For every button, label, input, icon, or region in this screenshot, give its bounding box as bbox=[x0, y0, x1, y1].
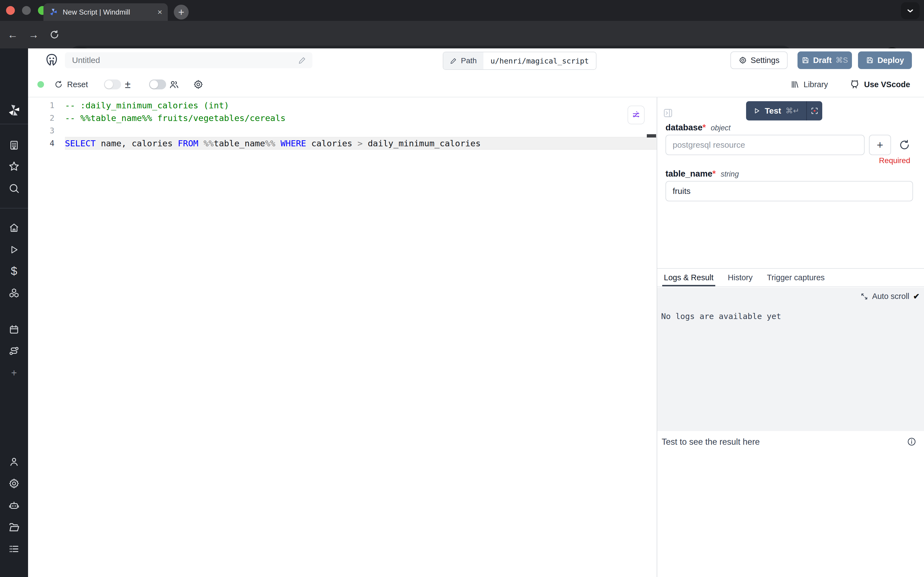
test-button[interactable]: Test ⌘↵ bbox=[746, 101, 806, 121]
collapse-panel-button[interactable] bbox=[663, 108, 673, 118]
logs-empty-text: No logs are available yet bbox=[661, 312, 781, 321]
macos-minimize-button[interactable] bbox=[22, 6, 31, 15]
code-text bbox=[65, 124, 657, 137]
sidebar-item-favorites[interactable] bbox=[0, 160, 28, 173]
tab-trigger-captures[interactable]: Trigger captures bbox=[767, 269, 825, 286]
app-header: Path u/henri/magical_script Settings Dra… bbox=[28, 48, 924, 72]
path-value: u/henri/magical_script bbox=[483, 52, 596, 69]
sidebar-item-home[interactable] bbox=[0, 221, 28, 234]
refresh-icon bbox=[899, 139, 910, 151]
gear-icon bbox=[739, 56, 747, 64]
workspace: 1-- :daily_minimum_calories (int)2-- %%t… bbox=[28, 97, 924, 577]
code-line[interactable]: 1-- :daily_minimum_calories (int) bbox=[28, 99, 657, 112]
sidebar-item-runs[interactable] bbox=[0, 243, 28, 256]
forward-button[interactable]: → bbox=[27, 21, 40, 48]
plus-icon: + bbox=[11, 368, 17, 378]
macos-close-button[interactable] bbox=[6, 6, 15, 15]
user-icon bbox=[8, 456, 19, 467]
scrollbar-mark[interactable] bbox=[647, 134, 656, 137]
sidebar-item-workspace[interactable] bbox=[0, 139, 28, 152]
info-icon[interactable] bbox=[907, 437, 916, 446]
sidebar-item-add[interactable]: + bbox=[0, 366, 28, 380]
windmill-app: $ + bbox=[0, 48, 924, 577]
sidebar-item-search[interactable] bbox=[0, 182, 28, 195]
vscode-label: Use VScode bbox=[864, 80, 910, 89]
sidebar-item-variables[interactable]: $ bbox=[0, 264, 28, 278]
sidebar-item-folders[interactable] bbox=[0, 521, 28, 534]
tab-title: New Script | Windmill bbox=[63, 8, 155, 16]
table-name-value-input[interactable] bbox=[666, 187, 913, 196]
postgresql-icon bbox=[44, 53, 60, 68]
play-icon bbox=[753, 107, 760, 114]
library-button[interactable]: Library bbox=[790, 72, 828, 97]
vscode-button[interactable]: Use VScode bbox=[850, 72, 910, 97]
deploy-button[interactable]: Deploy bbox=[858, 52, 912, 69]
sidebar-item-users[interactable] bbox=[0, 455, 28, 468]
search-icon bbox=[8, 183, 20, 195]
ai-assistant-button[interactable] bbox=[628, 106, 645, 124]
windmill-favicon bbox=[49, 8, 58, 16]
settings-button[interactable]: Settings bbox=[731, 52, 787, 69]
sidebar-item-workers[interactable] bbox=[0, 499, 28, 512]
sidebar-item-logs[interactable] bbox=[0, 542, 28, 556]
path-chip[interactable]: Path u/henri/magical_script bbox=[443, 52, 596, 70]
reload-button[interactable] bbox=[48, 21, 61, 48]
script-title-field[interactable] bbox=[65, 52, 312, 68]
back-button[interactable]: ← bbox=[6, 21, 19, 48]
panel-tabs: Logs & Result History Trigger captures bbox=[657, 269, 924, 287]
code-line[interactable]: 2-- %%table_name%% fruits/vegetables/cer… bbox=[28, 112, 657, 124]
tab-logs-result[interactable]: Logs & Result bbox=[664, 269, 714, 286]
magic-wand-icon bbox=[632, 111, 641, 119]
tab-history[interactable]: History bbox=[728, 269, 753, 286]
main-area: Path u/henri/magical_script Settings Dra… bbox=[28, 48, 924, 577]
sidebar-item-flows[interactable] bbox=[0, 344, 28, 358]
database-resource-input[interactable] bbox=[666, 140, 864, 150]
capture-icon bbox=[810, 107, 819, 115]
script-title-input[interactable] bbox=[65, 56, 298, 65]
status-dot bbox=[37, 81, 44, 88]
windmill-logo[interactable] bbox=[0, 103, 28, 118]
tab-search-button[interactable] bbox=[901, 2, 919, 19]
code-text: -- %%table_name%% fruits/vegetables/cere… bbox=[65, 112, 657, 124]
browser-tab[interactable]: New Script | Windmill × bbox=[43, 3, 168, 21]
table-name-input[interactable] bbox=[665, 181, 913, 201]
code-line[interactable]: 3 bbox=[28, 124, 657, 137]
add-resource-button[interactable]: + bbox=[869, 135, 891, 155]
tab-close-icon[interactable]: × bbox=[157, 8, 162, 16]
refresh-resources-button[interactable] bbox=[899, 139, 910, 151]
reset-label: Reset bbox=[67, 80, 88, 89]
screen: New Script | Windmill × + ← → app.windmi… bbox=[0, 0, 924, 577]
edit-pencil-icon[interactable] bbox=[298, 56, 306, 64]
edit-pencil-icon bbox=[450, 57, 457, 64]
reset-icon bbox=[55, 80, 63, 89]
code-text: -- :daily_minimum_calories (int) bbox=[65, 99, 657, 112]
multiplayer-toggle[interactable] bbox=[149, 72, 166, 97]
new-tab-button[interactable]: + bbox=[174, 5, 188, 19]
editor-settings-button[interactable] bbox=[193, 72, 203, 97]
robot-icon bbox=[8, 500, 20, 511]
result-empty-text: Test to see the result here bbox=[662, 437, 760, 447]
code-line[interactable]: 4SELECT name, calories FROM %%table_name… bbox=[28, 137, 657, 150]
sidebar-item-schedules[interactable] bbox=[0, 323, 28, 336]
code-editor[interactable]: 1-- :daily_minimum_calories (int)2-- %%t… bbox=[28, 97, 657, 577]
settings-label: Settings bbox=[751, 56, 780, 65]
database-input[interactable] bbox=[665, 135, 864, 155]
line-number: 4 bbox=[28, 139, 55, 148]
reset-button[interactable]: Reset bbox=[55, 72, 88, 97]
field-label-table-name: table_name* string bbox=[665, 169, 739, 179]
sidebar-item-resources[interactable] bbox=[0, 287, 28, 300]
autoscroll-control[interactable]: Auto scroll ✔ bbox=[860, 292, 919, 301]
sidebar: $ + bbox=[0, 48, 28, 577]
sidebar-divider bbox=[0, 124, 28, 124]
multiplayer-users-icon bbox=[169, 72, 179, 97]
sidebar-item-settings[interactable] bbox=[0, 477, 28, 490]
required-asterisk: * bbox=[702, 122, 706, 132]
test-label: Test bbox=[765, 106, 781, 116]
result-area: Test to see the result here bbox=[657, 431, 924, 577]
editor-toolbar: Reset ± Library Use VScode bbox=[28, 72, 924, 97]
diff-toggle[interactable] bbox=[104, 72, 121, 97]
building-icon bbox=[8, 140, 19, 151]
logs-area: Auto scroll ✔ No logs are available yet bbox=[657, 287, 924, 431]
capture-button[interactable] bbox=[807, 101, 822, 121]
draft-button[interactable]: Draft ⌘S bbox=[797, 52, 852, 69]
